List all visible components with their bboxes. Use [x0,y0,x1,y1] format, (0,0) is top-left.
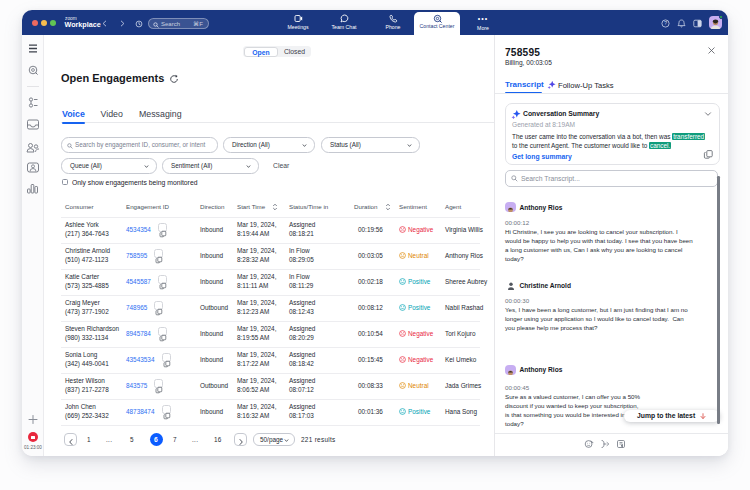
svg-text:?: ? [664,20,667,26]
